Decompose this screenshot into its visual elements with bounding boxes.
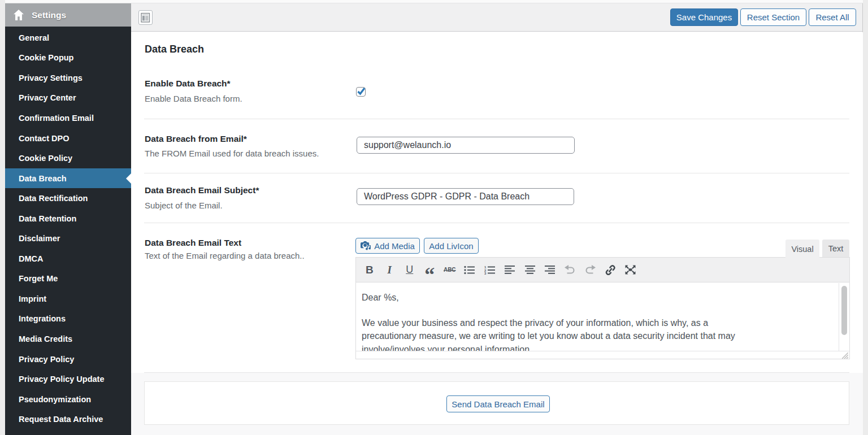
svg-text:3: 3 [484, 272, 487, 275]
